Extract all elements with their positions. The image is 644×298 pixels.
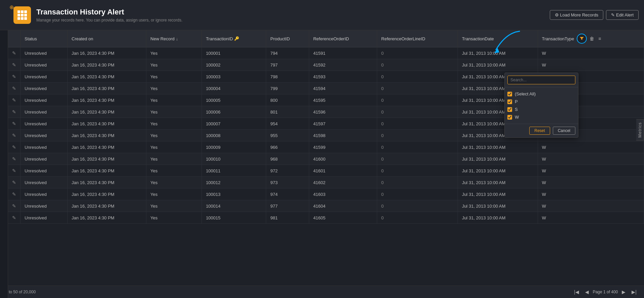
col-header-reference-order-id[interactable]: ReferenceOrderID bbox=[309, 30, 377, 47]
cell-transaction-date-9: Jul 31, 2013 10:00 AM bbox=[458, 153, 538, 165]
cell-created-on-13: Jan 16, 2023 4:30 PM bbox=[67, 200, 146, 212]
filter-button[interactable] bbox=[577, 34, 587, 44]
filter-checkbox-select-all[interactable] bbox=[507, 92, 512, 96]
prev-page-button[interactable]: ◀ bbox=[583, 289, 591, 295]
filter-search-container bbox=[505, 73, 578, 87]
row-edit-11[interactable]: ✎ bbox=[8, 177, 21, 188]
cell-product-id-1: 797 bbox=[266, 59, 309, 71]
first-page-button[interactable]: |◀ bbox=[572, 289, 581, 295]
svg-rect-2 bbox=[24, 10, 27, 13]
cell-new-record-3: Yes bbox=[146, 83, 202, 94]
columns-menu-button[interactable]: ≡ bbox=[597, 35, 602, 42]
edit-icon-7[interactable]: ✎ bbox=[12, 133, 16, 138]
cell-reference-order-line-id-5: 0 bbox=[377, 106, 458, 118]
row-edit-7[interactable]: ✎ bbox=[8, 130, 21, 141]
last-page-button[interactable]: ▶| bbox=[630, 289, 639, 295]
cell-reference-order-id-7: 41598 bbox=[309, 130, 377, 141]
add-icon[interactable]: ⊕ bbox=[9, 4, 14, 10]
row-edit-12[interactable]: ✎ bbox=[8, 188, 21, 200]
cell-created-on-8: Jan 16, 2023 4:30 PM bbox=[67, 141, 146, 153]
row-edit-4[interactable]: ✎ bbox=[8, 94, 21, 106]
filter-reset-button[interactable]: Reset bbox=[529, 127, 550, 135]
edit-icon-9[interactable]: ✎ bbox=[12, 156, 16, 162]
metrics-tab[interactable]: Metrics bbox=[636, 119, 644, 141]
edit-icon-4[interactable]: ✎ bbox=[12, 97, 16, 103]
cell-transaction-id-14: 100015 bbox=[202, 212, 266, 224]
cell-new-record-6: Yes bbox=[146, 118, 202, 130]
filter-checkbox-p[interactable] bbox=[507, 99, 512, 104]
cell-reference-order-line-id-9: 0 bbox=[377, 153, 458, 165]
cell-transaction-date-8: Jul 31, 2013 10:00 AM bbox=[458, 141, 538, 153]
row-edit-9[interactable]: ✎ bbox=[8, 153, 21, 165]
col-header-transaction-type[interactable]: TransactionType 🗑 ≡ bbox=[538, 30, 644, 47]
cell-created-on-2: Jan 16, 2023 4:30 PM bbox=[67, 71, 146, 83]
cell-new-record-11: Yes bbox=[146, 177, 202, 188]
cell-transaction-type-1: W bbox=[538, 59, 644, 71]
filter-option-p[interactable]: P bbox=[507, 98, 575, 105]
row-edit-1[interactable]: ✎ bbox=[8, 59, 21, 71]
edit-alert-button[interactable]: ✎ Edit Alert bbox=[606, 10, 639, 20]
row-edit-13[interactable]: ✎ bbox=[8, 200, 21, 212]
filter-checkbox-w[interactable] bbox=[507, 115, 512, 120]
col-header-new-record[interactable]: New Record ↓ bbox=[146, 30, 202, 47]
row-edit-3[interactable]: ✎ bbox=[8, 83, 21, 94]
cell-new-record-13: Yes bbox=[146, 200, 202, 212]
row-edit-8[interactable]: ✎ bbox=[8, 141, 21, 153]
row-edit-0[interactable]: ✎ bbox=[8, 47, 21, 59]
col-header-created-on[interactable]: Created on bbox=[67, 30, 146, 47]
filter-option-w[interactable]: W bbox=[507, 113, 575, 121]
filter-label-w: W bbox=[515, 115, 519, 120]
edit-icon-10[interactable]: ✎ bbox=[12, 168, 16, 173]
cell-created-on-14: Jan 16, 2023 4:30 PM bbox=[67, 212, 146, 224]
edit-icon-13[interactable]: ✎ bbox=[12, 203, 16, 209]
cell-product-id-4: 800 bbox=[266, 94, 309, 106]
cell-transaction-id-13: 100014 bbox=[202, 200, 266, 212]
edit-icon-6[interactable]: ✎ bbox=[12, 121, 16, 126]
edit-icon-1[interactable]: ✎ bbox=[12, 62, 16, 68]
col-header-product-id[interactable]: ProductID bbox=[266, 30, 309, 47]
cell-reference-order-line-id-6: 0 bbox=[377, 118, 458, 130]
filter-option-s[interactable]: S bbox=[507, 105, 575, 113]
col-header-transaction-id[interactable]: TransactionID 🔑 bbox=[202, 30, 266, 47]
edit-icon-12[interactable]: ✎ bbox=[12, 191, 16, 197]
filter-cancel-button[interactable]: Cancel bbox=[553, 127, 575, 135]
filter-search-input[interactable] bbox=[507, 76, 575, 84]
col-header-status[interactable]: Status bbox=[21, 30, 68, 47]
next-page-button[interactable]: ▶ bbox=[620, 289, 628, 295]
filter-label-p: P bbox=[515, 99, 518, 104]
row-edit-14[interactable]: ✎ bbox=[8, 212, 21, 224]
edit-icon-11[interactable]: ✎ bbox=[12, 180, 16, 185]
load-more-button[interactable]: ⚙ Load More Records bbox=[550, 10, 604, 20]
edit-icon-8[interactable]: ✎ bbox=[12, 144, 16, 150]
row-edit-5[interactable]: ✎ bbox=[8, 106, 21, 118]
cell-status-13: Unresolved bbox=[21, 200, 68, 212]
filter-option-select-all[interactable]: (Select All) bbox=[507, 90, 575, 98]
col-header-reference-order-line-id[interactable]: ReferenceOrderLineID bbox=[377, 30, 458, 47]
row-edit-2[interactable]: ✎ bbox=[8, 71, 21, 83]
col-header-transaction-date[interactable]: TransactionDate bbox=[458, 30, 538, 47]
delete-column-button[interactable]: 🗑 bbox=[588, 35, 596, 42]
cell-new-record-0: Yes bbox=[146, 47, 202, 59]
row-edit-10[interactable]: ✎ bbox=[8, 165, 21, 177]
cell-transaction-id-2: 100003 bbox=[202, 71, 266, 83]
filter-checkbox-s[interactable] bbox=[507, 107, 512, 112]
edit-icon-5[interactable]: ✎ bbox=[12, 109, 16, 115]
cell-status-0: Unresolved bbox=[21, 47, 68, 59]
edit-icon-14[interactable]: ✎ bbox=[12, 215, 16, 220]
table-row: ✎ Unresolved Jan 16, 2023 4:30 PM Yes 10… bbox=[8, 153, 644, 165]
cell-transaction-id-4: 100005 bbox=[202, 94, 266, 106]
cell-transaction-type-10: W bbox=[538, 165, 644, 177]
svg-rect-0 bbox=[17, 10, 20, 13]
row-edit-6[interactable]: ✎ bbox=[8, 118, 21, 130]
edit-icon-0[interactable]: ✎ bbox=[12, 50, 16, 56]
cell-reference-order-line-id-4: 0 bbox=[377, 94, 458, 106]
table-row: ✎ Unresolved Jan 16, 2023 4:30 PM Yes 10… bbox=[8, 165, 644, 177]
cell-transaction-id-10: 100011 bbox=[202, 165, 266, 177]
edit-icon-3[interactable]: ✎ bbox=[12, 86, 16, 91]
sidebar-collapsed[interactable]: » bbox=[0, 0, 8, 298]
cell-new-record-2: Yes bbox=[146, 71, 202, 83]
edit-icon-2[interactable]: ✎ bbox=[12, 74, 16, 79]
cell-reference-order-id-2: 41593 bbox=[309, 71, 377, 83]
cell-reference-order-id-3: 41594 bbox=[309, 83, 377, 94]
cell-transaction-date-10: Jul 31, 2013 10:00 AM bbox=[458, 165, 538, 177]
